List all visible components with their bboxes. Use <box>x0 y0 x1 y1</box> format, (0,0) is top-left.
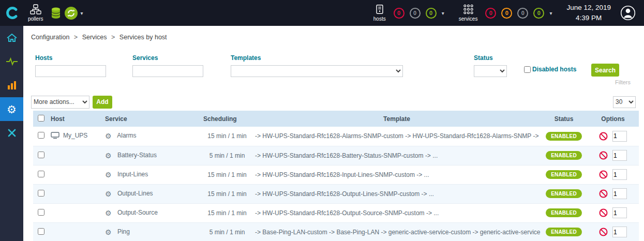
disable-service-icon[interactable] <box>599 132 608 141</box>
service-name-link[interactable]: Input-Lines <box>117 171 148 178</box>
duplicate-count-input[interactable] <box>612 188 627 199</box>
service-name-link[interactable]: Battery-Status <box>117 152 157 159</box>
sidebar-item-configuration[interactable]: ⚙ <box>0 97 23 121</box>
disable-service-icon[interactable] <box>599 208 608 217</box>
duplicate-count-input[interactable] <box>612 227 627 237</box>
sidebar-item-home[interactable] <box>0 26 23 50</box>
row-checkbox[interactable] <box>38 228 44 235</box>
filter-services: Services <box>132 54 203 77</box>
disable-service-icon[interactable] <box>599 189 608 198</box>
services-menu[interactable]: services <box>459 4 478 22</box>
breadcrumb-services-by-host[interactable]: Services by host <box>119 34 167 41</box>
col-header-host[interactable]: Host <box>49 111 103 127</box>
page-size-select[interactable]: 30 <box>613 96 636 108</box>
chevron-down-icon[interactable]: ▾ <box>80 10 83 16</box>
disable-service-icon[interactable] <box>599 228 608 236</box>
disabled-hosts-checkbox[interactable] <box>524 66 531 73</box>
table-row: My_UPS ⚙ Alarms 15 min / 1 min -> HW-UPS… <box>33 127 639 146</box>
status-counter[interactable]: 0 <box>501 8 512 19</box>
host-cell-content: My_UPS <box>51 132 87 139</box>
service-name-link[interactable]: Output-Source <box>117 209 158 216</box>
duplicate-count-input[interactable] <box>612 150 627 161</box>
centreon-logo-icon <box>5 6 19 20</box>
hosts-icon <box>375 4 385 14</box>
add-button[interactable]: Add <box>93 96 112 109</box>
chevron-down-icon[interactable]: ▾ <box>549 10 552 16</box>
disabled-hosts-label[interactable]: Disabled hosts <box>532 66 576 73</box>
topbar-right: hosts 000 ▾ services 0000 ▾ June 12, 201… <box>369 3 644 23</box>
service-gear-icon: ⚙ <box>105 132 112 140</box>
sidebar: ⚙ <box>0 26 23 241</box>
row-checkbox[interactable] <box>38 132 44 139</box>
duplicate-count-input[interactable] <box>612 131 627 142</box>
status-badge: ENABLED <box>546 228 582 236</box>
duplicate-count-input[interactable] <box>612 169 627 180</box>
status-filter-select[interactable] <box>474 65 507 77</box>
topbar: pollers ▾ hosts 000 ▾ <box>0 0 644 26</box>
options-cell <box>589 169 637 180</box>
services-filter-input[interactable] <box>132 65 203 77</box>
row-checkbox[interactable] <box>38 190 44 197</box>
options-cell <box>589 188 637 199</box>
template-cell: -> HW-UPS-Standard-Rfc1628-Output-Lines-… <box>253 184 541 203</box>
col-header-service[interactable]: Service <box>103 111 201 127</box>
home-icon <box>6 33 18 43</box>
status-badge: ENABLED <box>546 151 582 160</box>
status-counter[interactable]: 0 <box>533 8 544 19</box>
services-status-counters: 0000 <box>485 8 544 19</box>
bar-chart-icon <box>7 81 17 90</box>
status-counter[interactable]: 0 <box>517 8 528 19</box>
breadcrumb-separator: > <box>74 34 78 41</box>
scheduling-cell: 15 min / 1 min <box>201 184 253 203</box>
centreon-logo[interactable] <box>0 0 23 26</box>
pollers-menu[interactable]: pollers <box>28 4 43 22</box>
status-badge: ENABLED <box>546 170 582 179</box>
service-name-link[interactable]: Ping <box>117 228 130 235</box>
services-table: Host Service Scheduling Template Status … <box>33 111 639 241</box>
sidebar-item-administration[interactable] <box>0 121 23 145</box>
disable-service-icon[interactable] <box>599 170 608 179</box>
service-name-link[interactable]: Alarms <box>117 132 136 139</box>
col-header-options[interactable]: Options <box>587 111 639 127</box>
status-filter-label: Status <box>474 54 507 62</box>
service-gear-icon: ⚙ <box>105 228 112 236</box>
row-checkbox[interactable] <box>38 152 44 158</box>
select-all-checkbox[interactable] <box>38 115 44 122</box>
col-header-template[interactable]: Template <box>253 111 541 127</box>
chevron-down-icon[interactable]: ▾ <box>442 10 444 16</box>
row-checkbox[interactable] <box>38 209 44 216</box>
disable-service-icon[interactable] <box>599 151 608 160</box>
col-header-scheduling[interactable]: Scheduling <box>201 111 253 127</box>
service-name-link[interactable]: Output-Lines <box>117 190 153 197</box>
col-header-status[interactable]: Status <box>541 111 587 127</box>
breadcrumb-services[interactable]: Services <box>82 34 107 41</box>
status-counter[interactable]: 0 <box>394 8 405 19</box>
scheduling-cell: 5 min / 1 min <box>201 222 253 241</box>
duplicate-count-input[interactable] <box>612 207 627 218</box>
service-gear-icon: ⚙ <box>105 209 112 217</box>
hosts-menu[interactable]: hosts <box>373 4 386 22</box>
user-menu[interactable] <box>620 5 636 21</box>
templates-filter-select[interactable] <box>231 65 403 77</box>
template-cell: -> HW-UPS-Standard-Rfc1628-Battery-Statu… <box>253 146 541 165</box>
more-actions-select[interactable]: More actions... <box>31 96 89 109</box>
status-counter[interactable]: 0 <box>485 8 496 19</box>
host-name-link[interactable]: My_UPS <box>63 132 87 139</box>
breadcrumb-configuration[interactable]: Configuration <box>31 34 69 41</box>
search-button[interactable]: Search <box>591 64 619 77</box>
status-counter[interactable]: 0 <box>410 8 421 19</box>
service-gear-icon: ⚙ <box>105 190 112 198</box>
scheduling-cell: 15 min / 1 min <box>201 127 253 146</box>
database-status[interactable] <box>51 7 61 19</box>
hosts-filter-label: Hosts <box>35 54 106 62</box>
sidebar-item-monitoring[interactable] <box>0 50 23 73</box>
row-checkbox[interactable] <box>38 171 44 177</box>
platform-status-menu[interactable]: ▾ <box>64 6 85 20</box>
sidebar-item-reporting[interactable] <box>0 73 23 97</box>
datetime: June 12, 2019 4:39 PM <box>566 3 611 23</box>
breadcrumb: Configuration > Services > Services by h… <box>31 34 167 41</box>
status-counter[interactable]: 0 <box>426 8 437 19</box>
services-label: services <box>459 16 478 22</box>
services-table-body: My_UPS ⚙ Alarms 15 min / 1 min -> HW-UPS… <box>33 127 639 241</box>
hosts-filter-input[interactable] <box>35 65 106 77</box>
